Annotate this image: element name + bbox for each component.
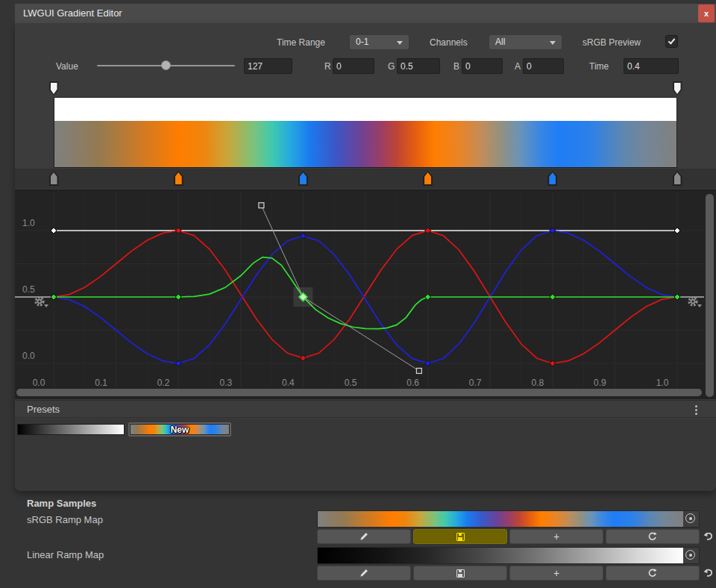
preset-swatch-new[interactable]: New <box>128 422 231 437</box>
gear-icon[interactable] <box>687 295 699 307</box>
g-input[interactable] <box>397 58 440 74</box>
svg-text:0.8: 0.8 <box>531 378 544 388</box>
time-range-dropdown[interactable]: 0-1 <box>349 34 409 50</box>
tangent-handle <box>416 368 421 373</box>
srgb-ramp-gradient <box>318 511 683 527</box>
ramp-samples-title: Ramp Samples <box>27 498 96 509</box>
edit-button[interactable] <box>317 529 411 544</box>
a-input[interactable] <box>523 58 564 74</box>
time-range-value: 0-1 <box>356 37 368 47</box>
curve-key <box>425 360 431 366</box>
color-key-band <box>15 169 716 189</box>
floppy-save-icon <box>456 533 465 541</box>
curve-key <box>550 228 556 234</box>
curve-key <box>175 360 181 366</box>
g-label: G <box>388 61 395 72</box>
plus-icon: + <box>553 531 559 542</box>
close-button[interactable]: x <box>698 4 715 22</box>
save-button[interactable] <box>413 566 507 581</box>
svg-text:1.0: 1.0 <box>656 378 669 388</box>
preset-swatch-bw[interactable] <box>17 424 125 435</box>
edit-button[interactable] <box>317 566 411 581</box>
undo-icon <box>702 566 715 579</box>
a-label: A <box>515 61 521 72</box>
preset-name: New <box>130 425 230 435</box>
gradient-editor-screen: LWGUI Gradient Editor x Time Range 0-1 C… <box>0 0 716 588</box>
curve-key <box>51 228 57 234</box>
chevron-down-icon <box>397 41 403 45</box>
srgb-ramp-preview[interactable] <box>317 510 700 528</box>
svg-text:0.1: 0.1 <box>95 378 107 388</box>
tangent-handle <box>259 203 264 208</box>
srgb-preview-label: sRGB Preview <box>582 37 641 48</box>
window-title: LWGUI Gradient Editor <box>23 7 122 19</box>
r-label: R <box>324 61 331 72</box>
svg-text:0.7: 0.7 <box>469 378 482 388</box>
curve-editor-panel[interactable]: 0.00.10.20.30.40.50.60.70.80.91.01.00.50… <box>15 190 716 399</box>
curve-key <box>674 294 680 300</box>
srgb-ramp-buttons: + <box>317 529 700 544</box>
pencil-icon <box>359 568 369 578</box>
curve-key <box>425 294 431 300</box>
svg-text:0.5: 0.5 <box>345 378 357 388</box>
time-label: Time <box>589 61 609 72</box>
b-label: B <box>453 61 459 72</box>
kebab-menu-icon[interactable] <box>692 404 700 416</box>
window-titlebar[interactable]: LWGUI Gradient Editor x <box>15 4 716 23</box>
add-button[interactable]: + <box>509 529 603 544</box>
curve-key <box>550 360 556 366</box>
svg-text:0.3: 0.3 <box>219 378 232 388</box>
gear-icon[interactable] <box>34 295 45 307</box>
curve-key <box>175 228 181 234</box>
srgb-ramp-label: sRGB Ramp Map <box>27 514 103 525</box>
undo-icon <box>702 530 715 542</box>
svg-text:0.2: 0.2 <box>157 378 170 388</box>
gear-dropdown-arrow-icon <box>697 304 702 307</box>
presets-title: Presets <box>27 404 60 415</box>
r-input[interactable] <box>333 58 374 74</box>
svg-text:1.0: 1.0 <box>22 218 35 228</box>
presets-header: Presets <box>15 400 716 418</box>
curve-key <box>51 294 57 300</box>
object-picker-icon[interactable] <box>683 548 699 563</box>
linear-ramp-preview[interactable] <box>317 547 700 564</box>
add-button[interactable]: + <box>509 566 603 581</box>
channels-value: All <box>495 37 505 47</box>
value-slider-thumb[interactable] <box>161 60 171 70</box>
svg-text:0.0: 0.0 <box>33 378 45 388</box>
pencil-icon <box>359 531 369 542</box>
object-picker-icon[interactable] <box>683 511 699 527</box>
vertical-scrollbar[interactable] <box>706 194 714 397</box>
undo-button[interactable] <box>702 566 715 579</box>
curve-key <box>550 294 556 300</box>
check-icon <box>668 37 676 44</box>
floppy-save-icon <box>456 569 465 578</box>
linear-ramp-gradient <box>318 548 683 563</box>
svg-text:0.4: 0.4 <box>282 378 295 388</box>
save-button[interactable] <box>413 529 507 544</box>
value-label: Value <box>56 61 78 72</box>
b-input[interactable] <box>462 58 503 74</box>
horizontal-scrollbar[interactable] <box>16 389 702 396</box>
svg-text:0.6: 0.6 <box>406 378 419 388</box>
curve-chart[interactable]: 0.00.10.20.30.40.50.60.70.80.91.01.00.50… <box>15 193 704 391</box>
curve-key <box>300 233 306 239</box>
curve-key <box>175 294 181 300</box>
curve-key <box>300 355 306 361</box>
gear-dropdown-arrow-icon <box>44 304 48 307</box>
refresh-button[interactable] <box>606 529 700 544</box>
srgb-preview-checkbox[interactable] <box>665 35 678 48</box>
value-input[interactable] <box>244 58 292 74</box>
svg-text:0.5: 0.5 <box>22 284 35 295</box>
time-input[interactable] <box>624 58 679 74</box>
gradient-alpha-strip[interactable] <box>54 97 677 121</box>
refresh-button[interactable] <box>606 566 700 581</box>
refresh-icon <box>647 531 658 542</box>
chevron-down-icon <box>550 41 556 45</box>
channels-label: Channels <box>430 37 468 48</box>
refresh-icon <box>647 568 658 578</box>
undo-button[interactable] <box>702 530 715 542</box>
channels-dropdown[interactable]: All <box>489 34 562 50</box>
time-range-label: Time Range <box>277 37 325 48</box>
gradient-color-strip[interactable] <box>54 121 677 168</box>
